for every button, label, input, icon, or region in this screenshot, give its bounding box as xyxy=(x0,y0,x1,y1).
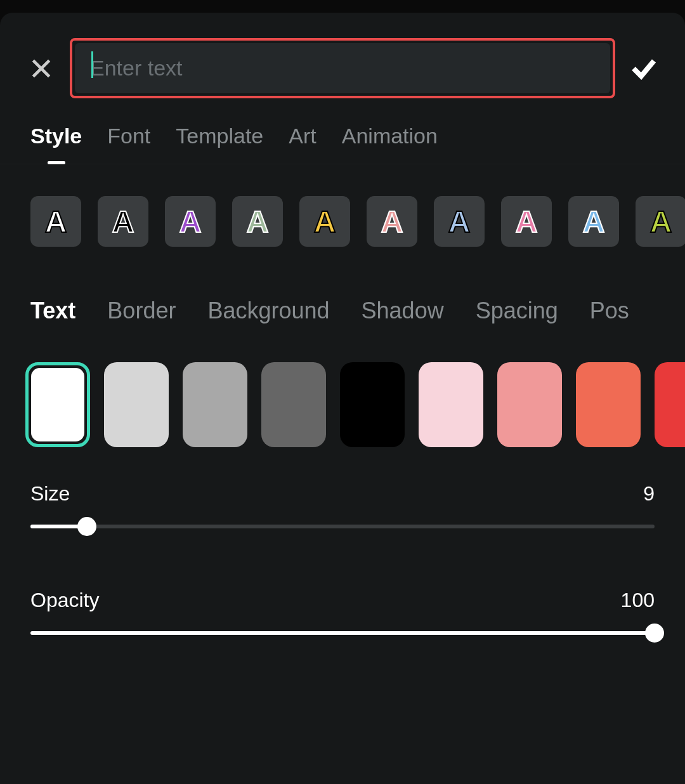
preset-letter: A xyxy=(314,204,336,239)
main-tabs: Style Font Template Art Animation xyxy=(0,111,685,164)
text-cursor xyxy=(91,51,93,78)
opacity-slider-header: Opacity 100 xyxy=(30,589,655,612)
subtab-position[interactable]: Pos xyxy=(590,297,629,324)
style-preset-2[interactable]: A xyxy=(165,196,216,247)
opacity-slider-fill xyxy=(30,631,655,635)
subtab-border[interactable]: Border xyxy=(107,297,176,324)
preset-letter: A xyxy=(247,204,269,239)
sub-tabs: Text Border Background Shadow Spacing Po… xyxy=(0,247,685,324)
opacity-slider-thumb[interactable] xyxy=(645,624,664,643)
style-preset-0[interactable]: A xyxy=(30,196,81,247)
size-slider[interactable] xyxy=(30,525,655,528)
size-slider-thumb[interactable] xyxy=(77,517,96,536)
tab-art[interactable]: Art xyxy=(289,124,316,164)
size-slider-header: Size 9 xyxy=(30,482,655,506)
preset-letter: A xyxy=(112,204,134,239)
opacity-label: Opacity xyxy=(30,589,99,612)
subtab-text[interactable]: Text xyxy=(30,297,75,324)
preset-letter: A xyxy=(583,204,605,239)
style-preset-6[interactable]: A xyxy=(434,196,485,247)
color-swatch-darkgray[interactable] xyxy=(261,362,326,447)
color-swatch-gray[interactable] xyxy=(183,362,247,447)
style-preset-3[interactable]: A xyxy=(232,196,283,247)
color-swatch-lightgray[interactable] xyxy=(104,362,169,447)
header xyxy=(0,13,685,111)
preset-letter: A xyxy=(448,204,471,239)
style-preset-8[interactable]: A xyxy=(568,196,619,247)
style-preset-5[interactable]: A xyxy=(367,196,417,247)
color-swatches-row xyxy=(0,324,685,447)
tab-font[interactable]: Font xyxy=(107,124,150,164)
close-icon xyxy=(29,56,53,81)
color-swatch-white[interactable] xyxy=(25,362,90,447)
tab-animation[interactable]: Animation xyxy=(342,124,438,164)
subtab-shadow[interactable]: Shadow xyxy=(362,297,444,324)
size-value: 9 xyxy=(643,482,655,506)
preset-letter: A xyxy=(381,204,403,239)
style-preset-1[interactable]: A xyxy=(98,196,148,247)
subtab-background[interactable]: Background xyxy=(207,297,329,324)
style-presets-row: A A A A A A A A A A xyxy=(0,164,685,247)
tab-template[interactable]: Template xyxy=(176,124,263,164)
size-slider-section: Size 9 xyxy=(0,447,685,528)
preset-letter: A xyxy=(650,204,672,239)
text-input-highlight xyxy=(70,38,615,98)
close-button[interactable] xyxy=(25,53,57,84)
preset-letter: A xyxy=(179,204,202,239)
text-editor-panel: Style Font Template Art Animation A A A … xyxy=(0,13,685,784)
color-swatch-red[interactable] xyxy=(655,362,685,447)
preset-letter: A xyxy=(45,204,67,239)
color-swatch-coral[interactable] xyxy=(576,362,641,447)
subtab-spacing[interactable]: Spacing xyxy=(476,297,558,324)
opacity-slider-section: Opacity 100 xyxy=(0,573,685,635)
size-label: Size xyxy=(30,482,70,506)
text-input[interactable] xyxy=(75,43,610,93)
style-preset-9[interactable]: A xyxy=(636,196,685,247)
style-preset-4[interactable]: A xyxy=(299,196,350,247)
style-preset-7[interactable]: A xyxy=(501,196,552,247)
confirm-button[interactable] xyxy=(628,53,660,84)
check-icon xyxy=(629,53,659,84)
color-swatch-salmon[interactable] xyxy=(497,362,562,447)
tab-style[interactable]: Style xyxy=(30,124,82,164)
opacity-value: 100 xyxy=(621,589,655,612)
color-swatch-pink[interactable] xyxy=(419,362,483,447)
opacity-slider[interactable] xyxy=(30,631,655,635)
preset-letter: A xyxy=(516,204,538,239)
color-swatch-black[interactable] xyxy=(340,362,405,447)
